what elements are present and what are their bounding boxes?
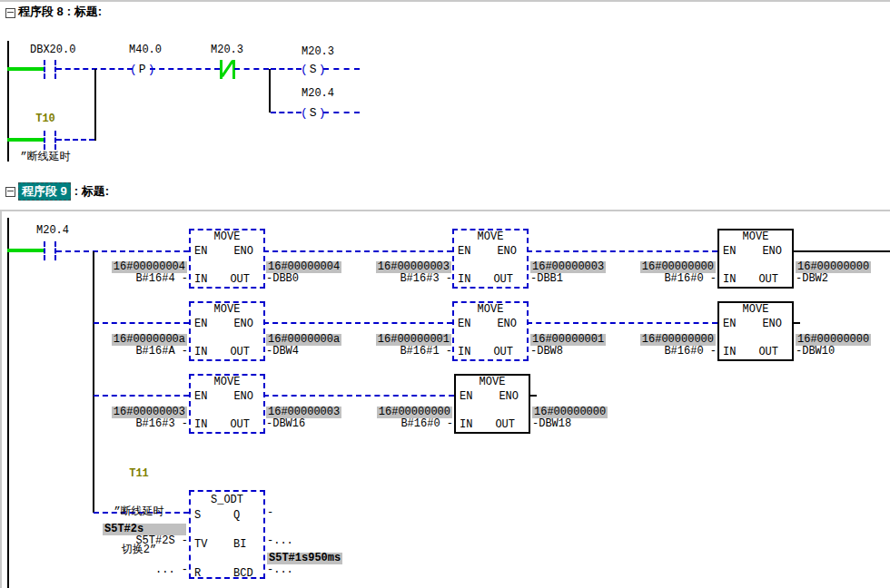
operand[interactable]: B#16#A - (135, 346, 188, 358)
p-contact-address[interactable]: M40.0 (129, 44, 162, 56)
pin-bi: BI (233, 539, 246, 551)
contact-bar[interactable] (44, 131, 45, 150)
operand[interactable]: -DBW8 (530, 346, 563, 358)
operand[interactable]: S5T#2S - (135, 535, 188, 547)
wire-dashed (150, 68, 220, 70)
wire-dashed (271, 68, 302, 70)
operand[interactable]: -DBW18 (532, 418, 571, 430)
set-coil[interactable]: (S) (301, 107, 325, 119)
operand[interactable]: B#16#4 - (135, 273, 188, 285)
move-block[interactable]: MOVE EN ENO IN OUT (452, 301, 529, 361)
move-block-title: MOVE (454, 304, 527, 316)
wire-solid (792, 250, 890, 252)
operand[interactable]: B#16#0 - (400, 418, 453, 430)
coil-address[interactable]: M20.3 (302, 46, 334, 58)
operand[interactable]: ... - (155, 564, 188, 576)
wire-energized (7, 249, 44, 252)
network8-title[interactable]: 程序段 8 (18, 4, 64, 20)
wire-dashed (56, 250, 189, 252)
pin-out: OUT (493, 274, 513, 286)
operand[interactable]: -DBW16 (266, 418, 305, 430)
network9-selection-border-top (0, 210, 890, 211)
move-block-title: MOVE (719, 231, 792, 243)
network8-header[interactable]: 程序段 8: 标题: (18, 4, 102, 20)
operand[interactable]: -DBB0 (266, 273, 299, 285)
pin-in: IN (723, 347, 736, 358)
pin-en: EN (458, 246, 470, 258)
pane-top-border (0, 0, 890, 2)
move-block-title: MOVE (719, 304, 792, 316)
operand[interactable]: B#16#0 - (664, 273, 717, 285)
pin-out: OUT (758, 274, 778, 286)
move-block[interactable]: MOVE EN ENO IN OUT (454, 374, 530, 434)
operand[interactable]: B#16#1 - (400, 346, 452, 358)
operand[interactable]: -DBW10 (796, 346, 835, 358)
pin-out: OUT (230, 347, 250, 358)
pin-s: S (194, 510, 201, 522)
wire-dashed (323, 68, 360, 70)
network9-header[interactable]: 程序段 9: 标题: (18, 182, 109, 201)
pin-out: OUT (495, 419, 515, 431)
branch-wire (269, 69, 271, 113)
operand[interactable]: -DBW4 (266, 346, 299, 358)
contact-bar[interactable] (44, 60, 45, 79)
move-block[interactable]: MOVE EN ENO IN OUT (717, 229, 794, 289)
network9-selection-border-left (0, 210, 2, 588)
operand[interactable]: B#16#3 - (400, 273, 452, 285)
pin-eno: ENO (233, 318, 253, 330)
output-stub[interactable]: -... (267, 564, 293, 576)
move-block[interactable]: MOVE EN ENO IN OUT (452, 229, 529, 289)
pin-en: EN (723, 246, 736, 258)
contact-bar[interactable] (44, 241, 45, 260)
pin-eno: ENO (233, 246, 253, 258)
output-stub[interactable]: - (267, 507, 273, 519)
pin-en: EN (723, 318, 736, 330)
wire-dashed (94, 395, 189, 397)
wire-dashed (527, 322, 717, 324)
operand[interactable]: B#16#3 - (135, 418, 188, 430)
wire-dashed (527, 250, 717, 252)
move-block[interactable]: MOVE EN ENO IN OUT (717, 301, 794, 361)
network9-collapse-icon[interactable] (5, 187, 15, 197)
paren-icon: ( (130, 64, 137, 75)
pin-en: EN (460, 391, 472, 403)
pin-en: EN (458, 318, 470, 330)
move-block[interactable]: MOVE EN ENO IN OUT (189, 229, 265, 289)
operand[interactable]: -DBB1 (530, 273, 563, 285)
coil-address[interactable]: M20.4 (302, 88, 334, 100)
network8-collapse-icon[interactable] (5, 8, 15, 18)
wire-dashed (271, 112, 302, 113)
not-contact-address[interactable]: M20.3 (211, 44, 243, 56)
pin-q: Q (233, 510, 240, 522)
pin-out: OUT (230, 274, 250, 286)
sodt-timer-block[interactable]: S_ODT S Q TV BI R BCD (189, 490, 265, 579)
wire-energized (7, 138, 44, 142)
set-coil[interactable]: (S) (301, 64, 325, 75)
contact-address[interactable]: M20.4 (36, 225, 69, 237)
network9-title-selected[interactable]: 程序段 9 (18, 182, 71, 201)
timer-contact-label[interactable]: T10 ”断线延时 切换1” (7, 87, 84, 227)
operand[interactable]: B#16#0 - (664, 346, 717, 358)
contact-address[interactable]: DBX20.0 (30, 44, 75, 56)
pin-in: IN (458, 347, 470, 358)
wire-dashed (263, 395, 454, 397)
timer-symbol-name-line1: ”断线延时 (94, 505, 184, 518)
paren-icon: ( (301, 107, 308, 119)
timer-number[interactable]: T10 (7, 113, 84, 125)
move-block-title: MOVE (456, 377, 529, 388)
timer-number[interactable]: T11 (94, 467, 184, 480)
move-block[interactable]: MOVE EN ENO IN OUT (189, 374, 265, 434)
pin-en: EN (194, 246, 207, 258)
pin-eno: ENO (497, 318, 517, 330)
operand[interactable]: -DBW2 (796, 273, 828, 285)
wire-dashed (323, 112, 360, 113)
pin-en: EN (194, 318, 207, 330)
timer-label[interactable]: T11 ”断线延时 切换2” (94, 442, 184, 582)
wire-dashed (263, 322, 452, 324)
s-letter: S (308, 64, 319, 75)
move-block-title: MOVE (191, 231, 263, 243)
s-letter: S (308, 107, 319, 119)
move-block[interactable]: MOVE EN ENO IN OUT (189, 301, 265, 361)
output-stub[interactable]: -... (267, 535, 293, 547)
timer-symbol-name-line1: ”断线延时 (7, 151, 84, 163)
